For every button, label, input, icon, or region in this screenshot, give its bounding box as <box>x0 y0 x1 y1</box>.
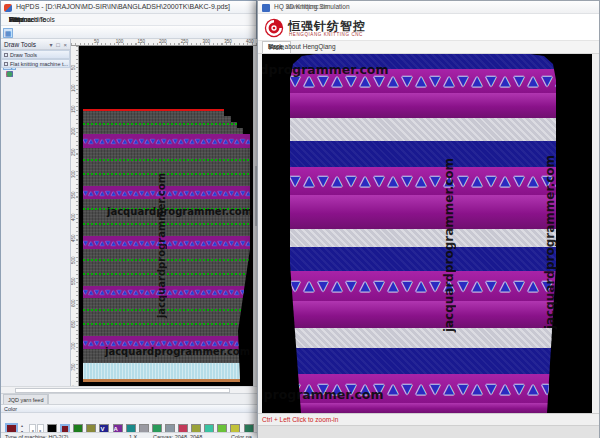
simulation-titlebar: HQ 3D Knitting Simulation www.hqcnc.cn <box>258 1 599 14</box>
simulation-viewport[interactable]: ▼▲▼▲▼▲▼▲▼▲▼▲▼▲▼▲▼▲▼▲▼▲▼▲▼▲▼▲▼▲▼▲▼▲▼▲▼▲▼▲… <box>262 54 592 413</box>
color-panel-header: Color <box>1 405 258 413</box>
collapse-icon[interactable] <box>4 62 8 66</box>
fabric-band-white <box>290 229 556 247</box>
simulation-window-footer <box>258 425 599 438</box>
brand-name-en: HENGQIANG KNITTING CNC <box>289 32 363 37</box>
collapse-icon[interactable] <box>4 53 8 57</box>
ruler-label: 450 <box>71 234 76 242</box>
pattern-canvas[interactable]: ▼▲▼▲▼▲▼▲▼▲▼▲▼▲▼▲▼▲▼▲▼▲▼▲▼▲▼▲▼▲▼▲▼▲▼▲▼▲▼▲… <box>79 46 253 386</box>
knit-row-line <box>83 223 250 225</box>
watermark-text-vertical: jacquardprogrammer.com <box>442 95 456 395</box>
simulation-window: HQ 3D Knitting Simulation www.hqcnc.cn 恒… <box>257 0 600 438</box>
grid-2-icon[interactable]: ▦ <box>3 28 13 38</box>
piece-band-gray <box>83 148 250 186</box>
knit-row-line <box>83 123 250 125</box>
ruler-label: 550 <box>71 277 76 285</box>
ruler-label: 300 <box>203 39 211 44</box>
piece-band-motif: ▼▲▼▲▼▲▼▲▼▲▼▲▼▲▼▲▼▲▼▲▼▲▼▲▼▲▼▲▼▲▼▲▼▲▼▲▼▲▼▲… <box>83 236 250 249</box>
panel-title: Draw Tools <box>4 39 36 50</box>
watermark-text: jacquardprogrammer.com <box>262 387 383 402</box>
simulation-tabbar: FrontBackMore about HengQiang <box>258 41 599 54</box>
ruler-label: 750 <box>71 363 76 371</box>
ruler-label: 350 <box>71 191 76 199</box>
ruler-label: 200 <box>71 127 76 135</box>
fabric-band-white <box>290 118 556 141</box>
status-item: Type of machine: HQ-2(2) <box>5 434 68 438</box>
knit-row-line <box>83 259 250 261</box>
piece-band-gray <box>83 298 250 336</box>
fabric-band-navy <box>290 247 556 271</box>
ruler-label: 50 <box>94 39 99 44</box>
draw-tool-icon[interactable]: ● <box>3 68 16 79</box>
hqpds-statusbar: Type of machine: HQ-2(2)1 XCanvas: 2048,… <box>1 432 258 438</box>
ruler-label: 250 <box>181 39 189 44</box>
ruler-label: 500 <box>71 256 76 264</box>
ruler-vertical: 5010015020025030035040045050055060065070… <box>71 46 79 386</box>
piece-band-rib <box>83 363 250 379</box>
hqpds-window: HqPDS - [D:\RAJON\MD-SIR\IN\BANGLADSH\20… <box>0 0 257 438</box>
ruler-label: 200 <box>159 39 167 44</box>
hengqiang-logo-icon <box>264 18 284 38</box>
group-header-flat-knitting[interactable]: Flat knitting machine t... <box>1 59 70 68</box>
status-item: Canvas: 2048, 2048 <box>153 434 202 438</box>
knit-row-line <box>83 159 250 161</box>
simulated-fabric[interactable]: ▼▲▼▲▼▲▼▲▼▲▼▲▼▲▼▲▼▲▼▲▼▲▼▲▼▲▼▲▼▲▼▲▼▲▼▲▼▲▼▲… <box>290 54 556 413</box>
watermark-text-vertical: jacquardprogrammer.com <box>543 142 557 342</box>
ruler-label: 350 <box>224 39 232 44</box>
ruler-label: 150 <box>137 39 145 44</box>
ruler-horizontal: 50100150200250300350400 <box>71 39 258 46</box>
pattern-piece[interactable]: ▼▲▼▲▼▲▼▲▼▲▼▲▼▲▼▲▼▲▼▲▼▲▼▲▼▲▼▲▼▲▼▲▼▲▼▲▼▲▼▲… <box>83 109 250 382</box>
ruler-label: 100 <box>116 39 124 44</box>
hqpds-titlebar: HqPDS - [D:\RAJON\MD-SIR\IN\BANGLADSH\20… <box>1 1 256 14</box>
fabric-band-purple <box>290 403 556 413</box>
knit-row-line <box>83 173 250 175</box>
status-item: Color pa <box>231 434 252 438</box>
watermark-text-vertical: jacquardprogrammer.com <box>156 161 167 331</box>
fabric-band-purple <box>290 195 556 229</box>
ruler-label: 50 <box>71 65 76 70</box>
piece-band-gray <box>83 111 250 134</box>
hqpds-window-title: HqPDS - [D:\RAJON\MD-SIR\IN\BANGLADSH\20… <box>16 1 230 13</box>
canvas-horizontal-scrollbar[interactable] <box>1 386 258 393</box>
piece-band-motif: ▼▲▼▲▼▲▼▲▼▲▼▲▼▲▼▲▼▲▼▲▼▲▼▲▼▲▼▲▼▲▼▲▼▲▼▲▼▲▼▲… <box>83 134 250 148</box>
brand-bar: 恒强针纺智控 HENGQIANG KNITTING CNC <box>258 14 599 41</box>
fabric-band-navy <box>290 348 556 374</box>
view-tabbar: |◀◀▶▶|Knit viewIntarsia viewJQD ViewJQD … <box>1 393 258 404</box>
ruler-label: 650 <box>71 320 76 328</box>
piece-band-gray <box>83 199 250 236</box>
fabric-band-purple <box>290 93 556 118</box>
sim-tab-more-about-hengqiang[interactable]: More about HengQiang <box>262 41 342 53</box>
simulation-app-icon <box>262 4 270 12</box>
watermark-text: jacquardprogrammer.com <box>262 62 388 77</box>
ruler-label: 150 <box>71 105 76 113</box>
ruler-label: 250 <box>71 148 76 156</box>
watermark-text: jacquardprogrammer.com <box>105 346 250 357</box>
status-item: 1 X <box>129 434 137 438</box>
watermark-text: jacquardprogrammer.com <box>107 206 252 217</box>
ruler-label: 300 <box>71 170 76 178</box>
piece-band-motif: ▼▲▼▲▼▲▼▲▼▲▼▲▼▲▼▲▼▲▼▲▼▲▼▲▼▲▼▲▼▲▼▲▼▲▼▲▼▲▼▲… <box>83 186 250 199</box>
ruler-label: 700 <box>71 342 76 350</box>
knit-row-line <box>83 323 250 325</box>
menubar: FileEditViewAdvanced ToolsWindowHelpFlat… <box>1 14 256 26</box>
group-title: Draw Tools <box>10 51 37 59</box>
color-panel: Color 1▴▾◂▸0123V4A56789101112131415 <box>1 404 258 432</box>
fabric-band-motif: ▼▲▼▲▼▲▼▲▼▲▼▲▼▲▼▲▼▲▼▲▼▲▼▲▼▲▼▲▼▲▼▲ <box>290 271 556 301</box>
draw-tools-panel: Draw Tools ▾ □ × Draw Tools◉▭✏↰╲╲▭▧▢▭○◌◇… <box>1 39 71 386</box>
hqpds-app-icon <box>4 4 12 12</box>
fabric-band-motif: ▼▲▼▲▼▲▼▲▼▲▼▲▼▲▼▲▼▲▼▲▼▲▼▲▼▲▼▲▼▲▼▲ <box>290 167 556 195</box>
group-header-draw-tools[interactable]: Draw Tools <box>1 50 70 59</box>
panel-header[interactable]: Draw Tools ▾ □ × <box>1 39 70 50</box>
tab-jqd-yarn-feed[interactable]: JQD yarn feed <box>3 394 48 404</box>
piece-band-gray <box>83 249 250 286</box>
simulation-window-url: www.hqcnc.cn <box>286 1 328 13</box>
menu-flat-machine[interactable]: Flat machine <box>9 16 46 23</box>
piece-band-motif: ▼▲▼▲▼▲▼▲▼▲▼▲▼▲▼▲▼▲▼▲▼▲▼▲▼▲▼▲▼▲▼▲▼▲▼▲▼▲▼▲… <box>83 286 250 298</box>
zoom-hint-text: Ctrl + Left Click to zoom-in <box>262 414 338 425</box>
piece-band-hem <box>83 379 250 382</box>
simulation-statusbar: Ctrl + Left Click to zoom-in <box>258 413 599 425</box>
ruler-label: 400 <box>246 39 254 44</box>
main-toolbar: ▤▨▦↶↷✂▣▥▦L▧◉∼○⚙⚙H▤▧▦▣▣▦ <box>1 26 256 39</box>
group-title: Flat knitting machine t... <box>10 60 68 68</box>
fabric-band-navy <box>290 141 556 167</box>
